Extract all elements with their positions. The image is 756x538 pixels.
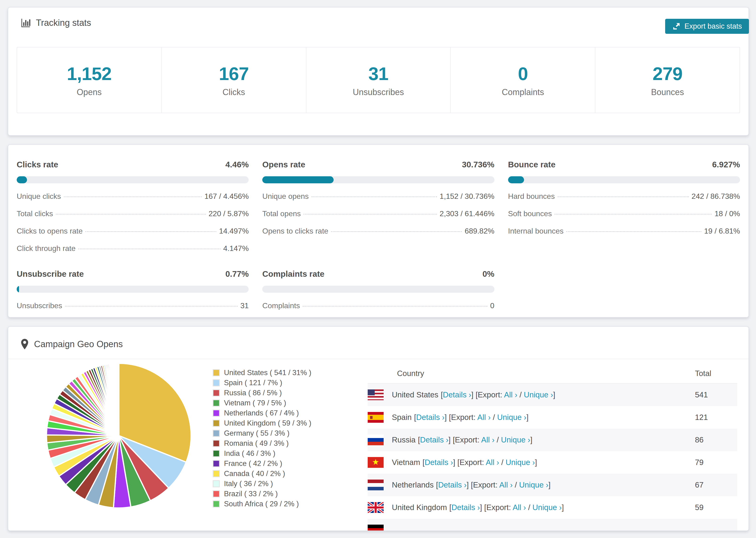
- geo-opens-pie-chart: [39, 356, 199, 515]
- rate-progress-bar: [17, 286, 249, 293]
- punctuation: /: [491, 413, 497, 422]
- rate-detail-row: Opens to clicks rate689.82%: [262, 227, 494, 236]
- legend-swatch: [213, 490, 220, 497]
- rates-grid: Clicks rate4.46%Unique clicks167 / 4.456…: [8, 145, 748, 310]
- table-row-spain: Spain[Details ›] [Export: All › / Unique…: [368, 406, 737, 429]
- stat-label: Complaints: [502, 87, 544, 97]
- vn-flag-icon: [368, 457, 384, 468]
- details-link[interactable]: Details ›: [443, 390, 471, 399]
- stat-value: 31: [368, 63, 388, 84]
- rate-detail-label: Total opens: [262, 209, 301, 218]
- export-unique-link[interactable]: Unique ›: [524, 390, 553, 399]
- rate-detail-row: Unique clicks167 / 4.456%: [17, 192, 249, 201]
- rate-detail-value: 2,303 / 61.446%: [440, 209, 495, 218]
- export-basic-stats-button[interactable]: Export basic stats: [665, 19, 749, 34]
- export-button-label: Export basic stats: [684, 22, 742, 30]
- legend-swatch: [213, 470, 220, 477]
- rate-progress-bar: [17, 176, 249, 183]
- dotted-leader: [311, 196, 437, 197]
- stat-value: 0: [518, 63, 528, 84]
- punctuation: [: [441, 390, 443, 399]
- legend-label: United States ( 541 / 31% ): [224, 368, 311, 377]
- punctuation: ] [Export:: [449, 435, 481, 444]
- rate-detail-label: Unique clicks: [17, 192, 61, 201]
- dotted-leader: [303, 306, 487, 306]
- export-unique-link[interactable]: Unique ›: [497, 413, 526, 422]
- punctuation: ] [Export:: [445, 413, 477, 422]
- export-all-link[interactable]: All ›: [513, 503, 526, 512]
- rate-block-complaints-rate: Complaints rate0%Complaints0: [262, 269, 494, 310]
- rate-title: Opens rate: [262, 160, 305, 169]
- punctuation: ] [Export:: [466, 480, 499, 489]
- legend-item-canada: Canada ( 40 / 2% ): [213, 468, 368, 479]
- details-link[interactable]: Details ›: [425, 458, 453, 467]
- stat-value: 167: [219, 63, 249, 84]
- export-all-link[interactable]: All ›: [486, 458, 499, 467]
- geo-table: Country Total United States[Details ›] […: [368, 364, 737, 531]
- row-total: 67: [695, 480, 737, 489]
- stat-label: Unsubscribes: [352, 87, 404, 97]
- rate-detail-label: Opens to clicks rate: [262, 227, 328, 236]
- nl-flag-icon: [368, 480, 384, 490]
- dotted-leader: [555, 214, 712, 215]
- country-name: United States: [392, 390, 438, 399]
- rate-title: Unsubscribe rate: [17, 269, 84, 279]
- geo-pie-legend: United States ( 541 / 31% )Spain ( 121 /…: [213, 368, 368, 509]
- export-unique-link[interactable]: Unique ›: [532, 503, 562, 512]
- row-total: 59: [695, 503, 737, 512]
- country-name: Vietnam: [392, 458, 420, 467]
- dotted-leader: [65, 306, 238, 306]
- dotted-leader: [558, 196, 689, 197]
- rate-title: Complaints rate: [262, 269, 324, 279]
- legend-swatch: [213, 369, 220, 376]
- legend-swatch: [213, 480, 220, 487]
- details-link[interactable]: Details ›: [420, 435, 449, 444]
- rate-detail-value: 4.147%: [223, 244, 249, 253]
- table-row-partial: [368, 519, 737, 531]
- pie-slice-other-44[interactable]: [119, 363, 119, 436]
- export-unique-link[interactable]: Unique ›: [506, 458, 535, 467]
- rate-detail-value: 19 / 6.81%: [704, 227, 740, 236]
- details-link[interactable]: Details ›: [438, 480, 466, 489]
- us-flag-icon: [368, 389, 384, 400]
- export-unique-link[interactable]: Unique ›: [519, 480, 549, 489]
- rates-card: Clicks rate4.46%Unique clicks167 / 4.456…: [8, 144, 749, 318]
- export-all-link[interactable]: All ›: [481, 435, 495, 444]
- export-all-link[interactable]: All ›: [504, 390, 517, 399]
- rate-progress-bar: [508, 176, 740, 183]
- ru-flag-icon: [368, 435, 384, 445]
- campaign-geo-opens-card: Campaign Geo Opens United States ( 541 /…: [8, 326, 749, 531]
- rate-detail-value: 18 / 0%: [715, 209, 740, 218]
- export-unique-link[interactable]: Unique ›: [501, 435, 530, 444]
- column-header-total: Total: [695, 369, 737, 378]
- geo-table-rows: United States[Details ›] [Export: All › …: [368, 384, 737, 531]
- export-all-link[interactable]: All ›: [499, 480, 513, 489]
- country-name: Russia: [392, 435, 415, 444]
- details-link[interactable]: Details ›: [452, 503, 480, 512]
- details-link[interactable]: Details ›: [416, 413, 445, 422]
- legend-item-italy: Italy ( 36 / 2% ): [213, 479, 368, 489]
- legend-label: Italy ( 36 / 2% ): [224, 480, 273, 488]
- legend-label: Russia ( 86 / 5% ): [224, 389, 282, 397]
- legend-item-france: France ( 42 / 2% ): [213, 458, 368, 468]
- rate-detail-label: Complaints: [262, 301, 300, 310]
- rate-title: Clicks rate: [17, 160, 58, 169]
- rate-block-bounce-rate: Bounce rate6.927%Hard bounces242 / 86.73…: [508, 160, 740, 253]
- rate-progress-fill: [508, 176, 524, 183]
- legend-swatch: [213, 409, 220, 417]
- rate-detail-label: Soft bounces: [508, 209, 552, 218]
- legend-item-india: India ( 46 / 3% ): [213, 448, 368, 458]
- export-icon: [672, 22, 681, 30]
- punctuation: ]: [526, 413, 528, 422]
- legend-item-spain: Spain ( 121 / 7% ): [213, 378, 368, 388]
- geo-title: Campaign Geo Opens: [34, 339, 123, 349]
- rate-detail-value: 689.82%: [465, 227, 494, 236]
- legend-label: Germany ( 55 / 3% ): [224, 429, 290, 438]
- geo-content: United States ( 541 / 31% )Spain ( 121 /…: [8, 359, 748, 531]
- punctuation: ]: [530, 435, 532, 444]
- dotted-leader: [566, 231, 701, 232]
- legend-label: India ( 46 / 3% ): [224, 449, 275, 458]
- export-all-link[interactable]: All ›: [477, 413, 491, 422]
- legend-swatch: [213, 430, 220, 437]
- stat-label: Clicks: [223, 87, 245, 97]
